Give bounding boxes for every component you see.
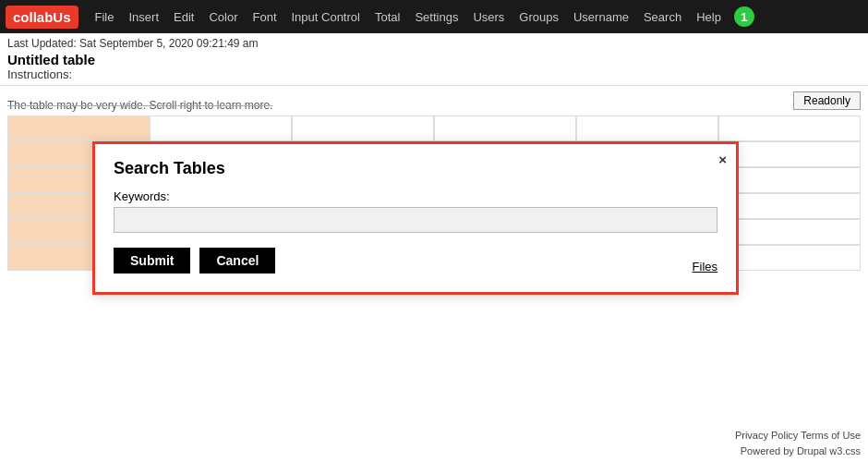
footer-line1: Privacy Policy Terms of Use [735,428,861,444]
modal-buttons: Submit Cancel [114,248,717,274]
last-updated: Last Updated: Sat September 5, 2020 09:2… [7,37,861,50]
nav-settings[interactable]: Settings [407,0,465,33]
nav-color[interactable]: Color [201,0,245,33]
nav-total[interactable]: Total [368,0,407,33]
nav-edit[interactable]: Edit [166,0,201,33]
nav-insert[interactable]: Insert [121,0,166,33]
logo-text: collabUs [13,9,71,25]
footer: Privacy Policy Terms of Use Powered by D… [735,428,861,458]
keywords-label: Keywords: [114,189,717,203]
main-area: Readonly The table may be very wide. Scr… [0,86,868,276]
nav-file[interactable]: File [88,0,122,33]
notification-badge[interactable]: 1 [734,6,754,27]
modal-close-button[interactable]: × [718,152,727,167]
nav-input-control[interactable]: Input Control [284,0,368,33]
logo[interactable]: collabUs [6,6,78,29]
files-link[interactable]: Files [693,260,717,274]
nav-font[interactable]: Font [245,0,283,33]
footer-line2: Powered by Drupal w3.css [735,444,861,459]
search-modal: × Search Tables Keywords: Submit Cancel … [92,141,739,295]
nav-help[interactable]: Help [689,0,729,33]
nav-username[interactable]: Username [566,0,636,33]
nav-users[interactable]: Users [465,0,512,33]
modal-overlay: × Search Tables Keywords: Submit Cancel … [0,86,868,276]
table-title: Untitled table [7,52,861,67]
instructions-label: Instructions: [7,67,861,81]
keywords-input[interactable] [114,207,717,233]
modal-title: Search Tables [114,159,717,178]
cancel-button[interactable]: Cancel [199,248,275,274]
nav-groups[interactable]: Groups [512,0,566,33]
navbar: collabUs File Insert Edit Color Font Inp… [0,0,868,33]
nav-search[interactable]: Search [636,0,689,33]
sub-header: Last Updated: Sat September 5, 2020 09:2… [0,33,868,86]
submit-button[interactable]: Submit [114,248,190,274]
